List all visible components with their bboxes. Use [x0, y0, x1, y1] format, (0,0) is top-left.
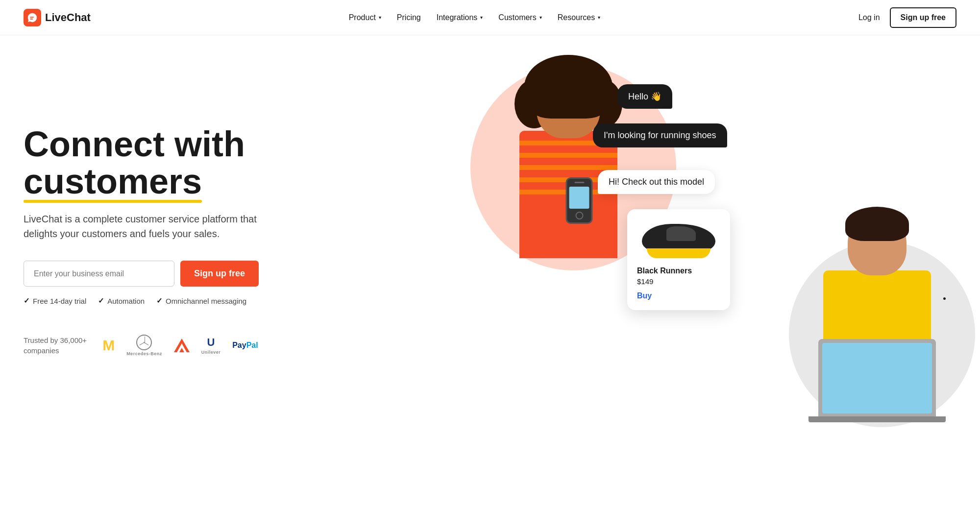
signup-hero-button[interactable]: Sign up free	[180, 261, 259, 287]
hero-trust: Trusted by 36,000+companies M Mercedes-B…	[24, 335, 259, 356]
hero-title: Connect with customers	[24, 126, 259, 200]
product-card: Black Runners $149 Buy	[627, 209, 730, 310]
nav-product[interactable]: Product ▾	[349, 13, 381, 22]
dot-4	[943, 297, 946, 300]
mcdonalds-logo: M	[102, 338, 115, 353]
chat-bubble-query: I'm looking for running shoes	[593, 123, 727, 147]
paypal-logo: PayPal	[232, 341, 258, 350]
hero-illustration: Hello 👋 I'm looking for running shoes Hi…	[441, 35, 980, 437]
email-input[interactable]	[24, 261, 174, 287]
phone-icon	[566, 177, 593, 224]
nav-integrations[interactable]: Integrations ▾	[437, 13, 483, 22]
navigation: LiveChat Product ▾ Pricing Integrations …	[0, 0, 980, 35]
login-button[interactable]: Log in	[858, 13, 880, 22]
product-name: Black Runners	[637, 267, 720, 275]
logo-text: LiveChat	[45, 11, 91, 24]
nav-customers[interactable]: Customers ▾	[498, 13, 541, 22]
hero-left: Connect with customers LiveChat is a com…	[24, 126, 259, 356]
chevron-down-icon: ▾	[480, 15, 483, 20]
chat-bubble-reply: Hi! Check out this model	[598, 170, 715, 194]
product-price: $149	[637, 277, 720, 286]
signup-nav-button[interactable]: Sign up free	[890, 7, 956, 28]
nav-links: Product ▾ Pricing Integrations ▾ Custome…	[349, 13, 601, 22]
check-icon: ✓	[98, 296, 104, 305]
hero-checks: ✓ Free 14-day trial ✓ Automation ✓ Omnic…	[24, 296, 259, 305]
product-buy-button[interactable]: Buy	[637, 291, 720, 300]
nav-pricing[interactable]: Pricing	[397, 13, 421, 22]
livechat-icon	[27, 12, 38, 23]
chevron-down-icon: ▾	[598, 15, 600, 20]
adobe-logo	[174, 339, 190, 352]
nav-resources[interactable]: Resources ▾	[558, 13, 600, 22]
check-icon: ✓	[24, 296, 30, 305]
chevron-down-icon: ▾	[539, 15, 542, 20]
chat-bubble-hello: Hello 👋	[617, 84, 672, 109]
man-figure	[784, 202, 970, 437]
mercedes-logo: Mercedes-Benz	[126, 335, 162, 356]
laptop-icon	[818, 339, 936, 417]
check-icon: ✓	[156, 296, 163, 305]
nav-actions: Log in Sign up free	[858, 7, 956, 28]
hero-section: Connect with customers LiveChat is a com…	[0, 35, 980, 437]
shoe-image	[637, 219, 720, 261]
logo[interactable]: LiveChat	[24, 9, 91, 26]
hero-form: Sign up free	[24, 261, 259, 287]
check-omnichannel: ✓ Omnichannel messaging	[156, 296, 246, 305]
check-trial: ✓ Free 14-day trial	[24, 296, 86, 305]
trust-text: Trusted by 36,000+companies	[24, 335, 87, 356]
unilever-logo: U Unilever	[201, 336, 221, 355]
check-automation: ✓ Automation	[98, 296, 145, 305]
hero-subtitle: LiveChat is a complete customer service …	[24, 212, 259, 241]
trust-logos: M Mercedes-Benz	[102, 335, 258, 356]
hero-title-underline: customers	[24, 163, 202, 200]
chevron-down-icon: ▾	[379, 15, 381, 20]
logo-icon	[24, 9, 41, 26]
